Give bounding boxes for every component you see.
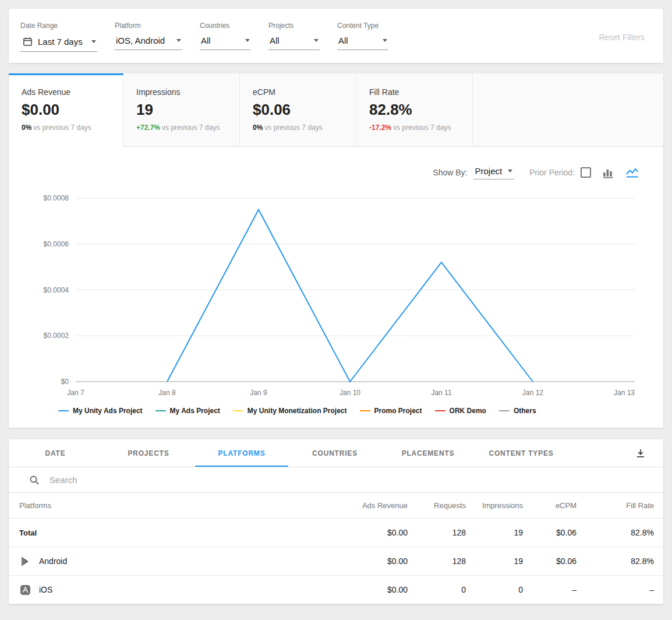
stat-value: 82.8% — [369, 101, 459, 119]
tab-countries[interactable]: COUNTRIES — [288, 439, 381, 467]
show-by-dropdown[interactable]: Project — [473, 166, 515, 179]
countries-dropdown[interactable]: All — [200, 35, 251, 50]
legend-color-dash — [58, 410, 69, 412]
reset-filters-button[interactable]: Reset Filters — [599, 33, 645, 42]
chevron-down-icon — [91, 40, 96, 43]
legend-item-promo-project[interactable]: Promo Project — [360, 407, 422, 415]
stat-delta: 0%vs previous 7 days — [253, 124, 343, 132]
svg-text:Jan 9: Jan 9 — [250, 389, 267, 397]
stat-tab-ads-revenue[interactable]: Ads Revenue $0.00 0%vs previous 7 days — [9, 73, 123, 147]
stat-tab-impressions[interactable]: Impressions 19 +72.7%vs previous 7 days — [123, 73, 240, 147]
stat-tab-fill-rate[interactable]: Fill Rate 82.8% -17.2%vs previous 7 days — [356, 73, 473, 147]
bar-chart-icon[interactable] — [603, 167, 614, 178]
tab-platforms[interactable]: PLATFORMS — [195, 439, 288, 467]
row-name: Android — [39, 556, 67, 566]
table-row-ios: iOS $0.00 0 0 – – — [9, 576, 663, 604]
filter-projects-label: Projects — [268, 22, 320, 30]
stat-tabs: Ads Revenue $0.00 0%vs previous 7 days I… — [9, 73, 663, 147]
column-platforms: Platforms — [19, 501, 338, 510]
content-type-value: All — [338, 36, 348, 45]
legend-color-dash — [435, 410, 445, 412]
legend-item-ork-demo[interactable]: ORK Demo — [435, 407, 486, 415]
revenue-line-chart[interactable]: $0$0.0002$0.0004$0.0006$0.0008Jan 7Jan 8… — [9, 185, 663, 402]
row-name: Total — [19, 529, 338, 537]
date-range-dropdown[interactable]: Last 7 days — [20, 35, 97, 52]
search-icon — [29, 474, 40, 486]
column-impressions: Impressions — [466, 501, 523, 510]
cell-requests: 128 — [408, 556, 466, 566]
svg-text:Jan 11: Jan 11 — [431, 389, 451, 397]
legend-label: My Unity Monetization Project — [247, 407, 347, 415]
table-tabs: DATE PROJECTS PLATFORMS COUNTRIES PLACEM… — [9, 439, 663, 467]
platform-dropdown[interactable]: iOS, Android — [115, 35, 182, 50]
countries-value: All — [201, 36, 211, 45]
chart-section: Show By: Project Prior Period: $0$0.0002… — [9, 163, 663, 428]
stat-value: $0.06 — [253, 101, 343, 119]
tab-content-types[interactable]: CONTENT TYPES — [475, 439, 568, 467]
column-ads-revenue: Ads Revenue — [338, 501, 408, 510]
legend-label: Others — [514, 407, 536, 415]
svg-text:Jan 12: Jan 12 — [522, 389, 543, 397]
tab-placements[interactable]: PLACEMENTS — [381, 439, 475, 467]
legend-label: My Ads Project — [170, 407, 220, 415]
legend-item-others[interactable]: Others — [499, 407, 536, 415]
breakdown-table-card: DATE PROJECTS PLATFORMS COUNTRIES PLACEM… — [9, 439, 663, 604]
stat-label: Fill Rate — [369, 87, 459, 97]
projects-value: All — [270, 36, 280, 45]
filter-countries-label: Countries — [200, 22, 251, 30]
stat-label: Ads Revenue — [22, 87, 110, 97]
chevron-down-icon — [383, 39, 387, 42]
show-by-label: Show By: — [433, 168, 467, 177]
tab-projects[interactable]: PROJECTS — [102, 439, 195, 467]
svg-text:Jan 7: Jan 7 — [67, 389, 84, 397]
cell-fill-rate: – — [576, 585, 654, 594]
legend-color-dash — [155, 410, 166, 412]
filter-platform-label: Platform — [115, 22, 182, 30]
svg-text:$0.0006: $0.0006 — [44, 240, 69, 248]
legend-label: ORK Demo — [450, 407, 486, 415]
cell-requests: 128 — [408, 528, 466, 537]
svg-text:$0.0002: $0.0002 — [44, 332, 69, 340]
cell-impressions: 19 — [466, 556, 523, 566]
legend-label: Promo Project — [374, 407, 422, 415]
google-play-icon — [19, 555, 31, 567]
legend-label: My Unity Ads Project — [73, 407, 143, 415]
legend-color-dash — [233, 410, 243, 412]
legend-item-my-ads-project[interactable]: My Ads Project — [155, 407, 220, 415]
legend-item-my-unity-ads-project[interactable]: My Unity Ads Project — [58, 407, 143, 415]
line-chart-icon[interactable] — [626, 167, 639, 178]
row-name: iOS — [39, 585, 52, 594]
cell-impressions: 0 — [466, 585, 523, 594]
filter-date-range-label: Date Range — [20, 22, 97, 30]
table-search-row — [9, 467, 663, 493]
chevron-down-icon — [245, 39, 250, 42]
stat-delta: -17.2%vs previous 7 days — [369, 124, 459, 132]
filter-countries: Countries All — [200, 22, 251, 50]
chevron-down-icon — [176, 39, 181, 42]
legend-item-my-unity-monetization-project[interactable]: My Unity Monetization Project — [233, 407, 347, 415]
stat-tab-ecpm[interactable]: eCPM $0.06 0%vs previous 7 days — [240, 73, 356, 147]
table-header-row: Platforms Ads Revenue Requests Impressio… — [9, 493, 663, 519]
metrics-chart-card: Ads Revenue $0.00 0%vs previous 7 days I… — [9, 73, 663, 428]
table-row-android: Android $0.00 128 19 $0.06 82.8% — [9, 547, 663, 576]
tab-date[interactable]: DATE — [9, 439, 102, 467]
content-type-dropdown[interactable]: All — [337, 35, 388, 50]
stat-delta: 0%vs previous 7 days — [22, 124, 110, 132]
chart-legend: My Unity Ads ProjectMy Ads ProjectMy Uni… — [58, 407, 663, 415]
search-input[interactable] — [49, 475, 654, 485]
chevron-down-icon — [314, 39, 319, 42]
cell-ads-revenue: $0.00 — [338, 585, 408, 594]
projects-dropdown[interactable]: All — [268, 35, 320, 50]
prior-period-checkbox[interactable] — [581, 167, 591, 178]
platform-value: iOS, Android — [116, 36, 165, 45]
filter-platform: Platform iOS, Android — [115, 22, 182, 50]
cell-requests: 0 — [408, 585, 466, 594]
cell-ads-revenue: $0.00 — [338, 528, 408, 537]
calendar-icon — [22, 36, 33, 47]
dashboard-page: Date Range Last 7 days Platform iOS, And… — [0, 0, 672, 613]
download-icon[interactable] — [633, 446, 648, 461]
filter-projects: Projects All — [268, 22, 320, 50]
cell-fill-rate: 82.8% — [576, 556, 654, 566]
cell-ecpm: $0.06 — [523, 528, 576, 537]
filter-bar: Date Range Last 7 days Platform iOS, And… — [9, 9, 663, 63]
